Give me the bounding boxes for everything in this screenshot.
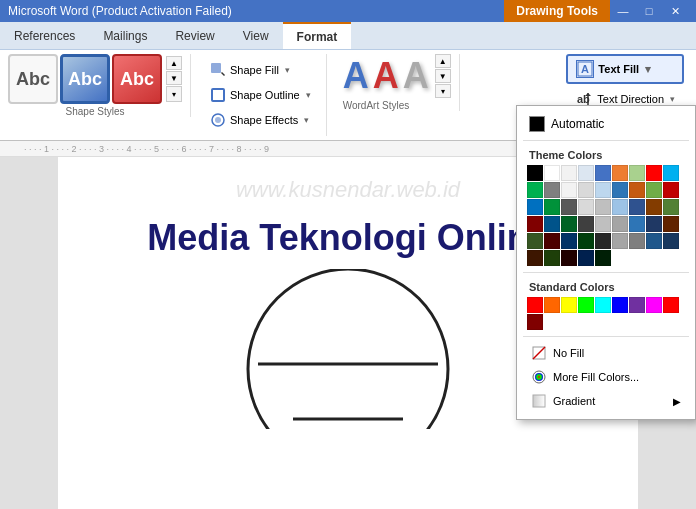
minimize-button[interactable]: — — [610, 0, 636, 22]
shape-style-plain[interactable]: Abc — [8, 54, 58, 104]
theme-color-cell[interactable] — [663, 199, 679, 215]
standard-color-cell[interactable] — [578, 297, 594, 313]
theme-color-cell[interactable] — [629, 165, 645, 181]
theme-color-cell[interactable] — [663, 182, 679, 198]
shape-style-red[interactable]: Abc — [112, 54, 162, 104]
theme-color-cell[interactable] — [561, 250, 577, 266]
text-direction-dropdown-arrow[interactable]: ▾ — [670, 94, 675, 104]
theme-color-cell[interactable] — [578, 250, 594, 266]
theme-color-cell[interactable] — [646, 216, 662, 232]
standard-color-cell[interactable] — [527, 297, 543, 313]
wordart-letter-red[interactable]: A — [373, 55, 399, 97]
more-fill-colors-option[interactable]: More Fill Colors... — [523, 365, 689, 389]
theme-color-cell[interactable] — [595, 182, 611, 198]
theme-color-cell[interactable] — [561, 216, 577, 232]
theme-color-cell[interactable] — [561, 165, 577, 181]
text-fill-button[interactable]: A Text Fill ▾ — [566, 54, 684, 84]
theme-color-cell[interactable] — [578, 182, 594, 198]
shape-effects-button[interactable]: Shape Effects ▾ — [203, 108, 318, 132]
shape-scroll-expand[interactable]: ▾ — [166, 86, 182, 102]
theme-color-cell[interactable] — [663, 165, 679, 181]
theme-color-cell[interactable] — [612, 199, 628, 215]
theme-color-cell[interactable] — [561, 233, 577, 249]
standard-color-cell[interactable] — [646, 297, 662, 313]
standard-color-cell[interactable] — [527, 314, 543, 330]
wordart-scroll-up[interactable]: ▲ — [435, 54, 451, 68]
theme-color-cell[interactable] — [527, 250, 543, 266]
theme-color-cell[interactable] — [527, 165, 543, 181]
shape-style-blue[interactable]: Abc — [60, 54, 110, 104]
theme-color-cell[interactable] — [578, 165, 594, 181]
theme-color-cell[interactable] — [595, 233, 611, 249]
theme-color-cell[interactable] — [578, 199, 594, 215]
wordart-letter-blue[interactable]: A — [343, 55, 369, 97]
theme-color-cell[interactable] — [561, 199, 577, 215]
shape-outline-dropdown-arrow[interactable]: ▾ — [306, 90, 311, 100]
theme-color-cell[interactable] — [612, 182, 628, 198]
theme-color-cell[interactable] — [663, 233, 679, 249]
shape-scroll-up[interactable]: ▲ — [166, 56, 182, 70]
theme-color-cell[interactable] — [663, 216, 679, 232]
menu-references[interactable]: References — [0, 22, 89, 49]
theme-color-cell[interactable] — [595, 165, 611, 181]
theme-color-cell[interactable] — [612, 165, 628, 181]
wordart-scroll-expand[interactable]: ▾ — [435, 84, 451, 98]
gradient-label: Gradient — [553, 395, 595, 407]
standard-color-cell[interactable] — [561, 297, 577, 313]
theme-color-cell[interactable] — [612, 216, 628, 232]
standard-color-cell[interactable] — [595, 297, 611, 313]
shape-buttons-row: Abc Abc Abc ▲ ▼ ▾ — [8, 54, 182, 104]
face-svg — [238, 269, 458, 429]
maximize-button[interactable]: □ — [636, 0, 662, 22]
theme-color-cell[interactable] — [646, 165, 662, 181]
theme-color-cell[interactable] — [629, 216, 645, 232]
theme-color-cell[interactable] — [527, 216, 543, 232]
effects-icon — [210, 112, 226, 128]
standard-color-cell[interactable] — [544, 297, 560, 313]
menu-format[interactable]: Format — [283, 22, 352, 49]
drawing-tools-label: Drawing Tools — [504, 0, 610, 22]
theme-color-cell[interactable] — [561, 182, 577, 198]
theme-color-cell[interactable] — [646, 182, 662, 198]
theme-color-cell[interactable] — [544, 165, 560, 181]
standard-color-cell[interactable] — [663, 297, 679, 313]
theme-color-cell[interactable] — [629, 182, 645, 198]
theme-color-cell[interactable] — [544, 233, 560, 249]
text-fill-dropdown-arrow[interactable]: ▾ — [645, 63, 651, 76]
theme-color-cell[interactable] — [629, 199, 645, 215]
theme-color-cell[interactable] — [527, 182, 543, 198]
shape-effects-dropdown-arrow[interactable]: ▾ — [304, 115, 309, 125]
theme-color-cell[interactable] — [544, 216, 560, 232]
wordart-letter-gray[interactable]: A — [403, 55, 429, 97]
theme-color-cell[interactable] — [527, 233, 543, 249]
automatic-color-option[interactable]: Automatic — [523, 112, 689, 136]
wordart-scroll-down[interactable]: ▼ — [435, 69, 451, 83]
gradient-option[interactable]: Gradient ▶ — [523, 389, 689, 413]
theme-color-cell[interactable] — [612, 233, 628, 249]
theme-color-cell[interactable] — [578, 233, 594, 249]
theme-color-cell[interactable] — [578, 216, 594, 232]
automatic-label: Automatic — [551, 117, 604, 131]
menu-view[interactable]: View — [229, 22, 283, 49]
standard-color-cell[interactable] — [612, 297, 628, 313]
standard-color-cell[interactable] — [629, 297, 645, 313]
theme-color-cell[interactable] — [544, 199, 560, 215]
no-fill-option[interactable]: No Fill — [523, 341, 689, 365]
theme-color-cell[interactable] — [646, 199, 662, 215]
shape-outline-button[interactable]: Shape Outline ▾ — [203, 83, 318, 107]
theme-color-cell[interactable] — [595, 216, 611, 232]
close-button[interactable]: ✕ — [662, 0, 688, 22]
theme-color-cell[interactable] — [544, 182, 560, 198]
shape-fill-dropdown-arrow[interactable]: ▾ — [285, 65, 290, 75]
theme-color-cell[interactable] — [595, 250, 611, 266]
menu-review[interactable]: Review — [161, 22, 228, 49]
shape-scroll-down[interactable]: ▼ — [166, 71, 182, 85]
theme-color-cell[interactable] — [527, 199, 543, 215]
theme-color-cell[interactable] — [629, 233, 645, 249]
text-fill-dropdown-popup: Automatic Theme Colors Standard Colors N… — [516, 105, 696, 420]
theme-color-cell[interactable] — [646, 233, 662, 249]
theme-color-cell[interactable] — [595, 199, 611, 215]
shape-fill-button[interactable]: Shape Fill ▾ — [203, 58, 318, 82]
theme-color-cell[interactable] — [544, 250, 560, 266]
menu-mailings[interactable]: Mailings — [89, 22, 161, 49]
